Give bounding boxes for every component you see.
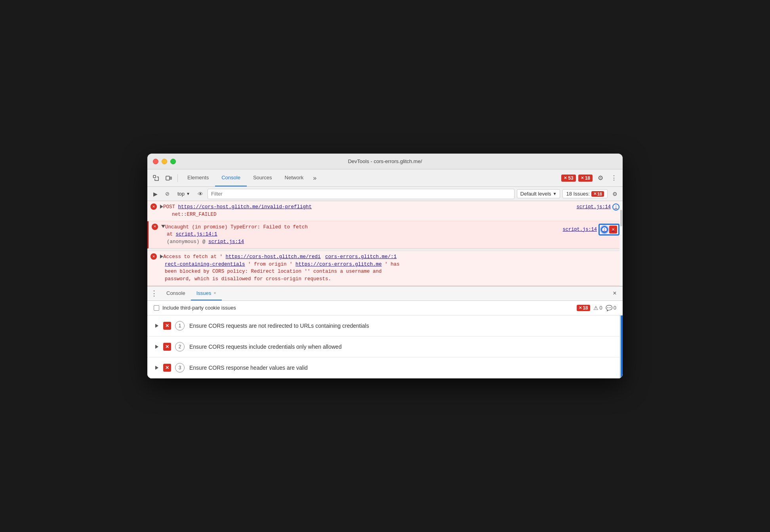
tab-issues-bottom[interactable]: Issues ×: [191, 287, 222, 300]
device-toggle-icon[interactable]: [163, 173, 174, 184]
issue-item-1[interactable]: ✕ 1 Ensure CORS requests are not redirec…: [147, 315, 623, 336]
console-toolbar: ▶ ⊘ top ▼ 👁 Default levels ▼ 18 Issues: …: [147, 187, 623, 201]
issues-tab-close-icon[interactable]: ×: [213, 291, 216, 295]
eye-icon[interactable]: 👁: [196, 189, 205, 199]
issues-options-bar: Include third-party cookie issues ✕ 18 ⚠…: [147, 301, 623, 315]
devtools-window: DevTools - cors-errors.glitch.me/: [147, 154, 623, 378]
issues-info-count: 💬 0: [606, 305, 616, 311]
anon-link-2[interactable]: script.js:14: [208, 239, 244, 245]
main-toolbar: Elements Console Sources Network » ✕: [147, 169, 623, 187]
message-2-line3: (anonymous) @ script.js:14: [165, 238, 563, 246]
issue-item-2[interactable]: ✕ 2 Ensure CORS requests include credent…: [147, 336, 623, 357]
settings-icon[interactable]: ⚙: [595, 173, 606, 184]
issue-text-3: Ensure CORS response header values are v…: [189, 365, 308, 371]
minimize-button[interactable]: [162, 159, 167, 164]
issue-error-badge-2: ✕: [163, 343, 171, 351]
context-dropdown[interactable]: top ▼: [174, 190, 193, 198]
message-1-url[interactable]: https://cors-host.glitch.me/invalid-pref…: [178, 204, 312, 210]
message-3-line4: password, which is disallowed for cross-…: [163, 276, 619, 283]
navigate-icon-1[interactable]: ↕: [612, 203, 619, 211]
filter-input[interactable]: [208, 189, 515, 199]
expand-arrow-1[interactable]: [160, 203, 163, 211]
tab-elements[interactable]: Elements: [181, 169, 215, 186]
scrollbar-track: [619, 201, 623, 286]
close-button[interactable]: [153, 159, 158, 164]
bottom-panel: ⋮ Console Issues × × Include third-party…: [147, 286, 623, 378]
clear-console-icon[interactable]: ⊘: [162, 189, 172, 199]
more-options-icon[interactable]: ⋮: [608, 173, 619, 184]
inspect-icon[interactable]: [151, 173, 162, 184]
message-2-line1: Uncaught (in promise) TypeError: Failed …: [165, 224, 563, 231]
warning-x-icon: ✕: [581, 176, 584, 180]
expand-arrow-2[interactable]: [161, 224, 165, 230]
scrollbar-thumb[interactable]: [620, 210, 622, 227]
message-1-line1: POST https://cors-host.glitch.me/invalid…: [163, 203, 577, 211]
script-link-2[interactable]: script.js:14:1: [176, 232, 217, 237]
console-settings-icon[interactable]: ⚙: [610, 189, 619, 199]
msg3-url2[interactable]: cors-errors.glitch.me/:1: [325, 254, 396, 260]
tab-network[interactable]: Network: [278, 169, 310, 186]
tab-console[interactable]: Console: [215, 169, 247, 186]
message-1-content: POST https://cors-host.glitch.me/invalid…: [163, 203, 577, 218]
warning-count-badge[interactable]: ✕ 18: [578, 175, 593, 182]
issues-scrollbar-track: [619, 315, 623, 378]
msg3-url4[interactable]: https://cors-errors.glitch.me: [295, 262, 382, 267]
issue-arrow-2[interactable]: [154, 344, 160, 350]
error-count-badge[interactable]: ✕ 53: [561, 175, 576, 182]
issue-item-3[interactable]: ✕ 3 Ensure CORS response header values a…: [147, 357, 623, 378]
issue-arrow-3[interactable]: [154, 365, 160, 371]
third-party-label: Include third-party cookie issues: [162, 305, 236, 311]
message-3-line2: rect-containing-credentials ' from origi…: [163, 261, 619, 268]
message-2-line2: at script.js:14:1: [165, 231, 563, 238]
issue-arrow-1[interactable]: [154, 323, 160, 329]
play-icon[interactable]: ▶: [151, 189, 160, 199]
levels-arrow-icon: ▼: [553, 192, 557, 196]
console-message-3: ✕ Access to fetch at ' https://cors-host…: [147, 251, 623, 286]
console-message-1: ✕ POST https://cors-host.glitch.me/inval…: [147, 201, 623, 221]
message-3-content: Access to fetch at ' https://cors-host.g…: [163, 253, 619, 283]
expand-arrow-3[interactable]: [160, 253, 163, 260]
msg3-url3[interactable]: rect-containing-credentials: [165, 262, 245, 267]
toolbar-divider-1: [177, 174, 178, 182]
traffic-lights: [153, 159, 176, 164]
tab-sources[interactable]: Sources: [247, 169, 278, 186]
console-message-2: ✕ Uncaught (in promise) TypeError: Faile…: [147, 221, 623, 249]
issue-text-1: Ensure CORS requests are not redirected …: [189, 323, 369, 329]
message-2-content: Uncaught (in promise) TypeError: Failed …: [165, 224, 563, 246]
close-icon-2[interactable]: ✕: [609, 226, 617, 234]
issue-number-3: 3: [175, 363, 185, 372]
issues-count-badge[interactable]: 18 Issues: ✕ 18: [562, 189, 608, 198]
source-actions-highlighted: ↕ ✕: [598, 224, 619, 236]
toolbar-right: ✕ 53 ✕ 18 ⚙ ⋮: [561, 173, 619, 184]
tab-overflow-button[interactable]: »: [310, 175, 320, 182]
error-icon-3: ✕: [151, 253, 157, 260]
error-count-indicator: ✕ 18: [577, 305, 590, 311]
window-title: DevTools - cors-errors.glitch.me/: [348, 158, 422, 164]
issues-error-badge: ✕ 18: [591, 191, 604, 197]
log-levels-dropdown[interactable]: Default levels ▼: [517, 189, 560, 198]
issues-scrollbar-thumb[interactable]: [621, 315, 623, 378]
message-3-line1: Access to fetch at ' https://cors-host.g…: [163, 253, 619, 261]
panel-more-icon[interactable]: ⋮: [151, 289, 158, 298]
titlebar: DevTools - cors-errors.glitch.me/: [147, 154, 623, 169]
issues-error-count: ✕ 18: [577, 305, 590, 311]
issue-number-2: 2: [175, 342, 185, 352]
issue-error-badge-1: ✕: [163, 322, 171, 330]
panel-close-button[interactable]: ×: [610, 289, 619, 298]
bottom-tab-bar: ⋮ Console Issues × ×: [147, 287, 623, 301]
third-party-checkbox[interactable]: [154, 305, 159, 311]
navigate-icon-2[interactable]: ↕: [601, 226, 608, 233]
message-1-source[interactable]: script.js:14 ↕: [577, 203, 619, 211]
message-3-line3: been blocked by CORS policy: Redirect lo…: [163, 268, 619, 276]
error-x-icon: ✕: [564, 176, 567, 180]
tab-console-bottom[interactable]: Console: [161, 287, 191, 300]
issues-warning-count: ⚠ 0: [593, 305, 602, 311]
svg-rect-2: [170, 177, 172, 179]
svg-rect-1: [166, 176, 170, 180]
msg3-url1[interactable]: https://cors-host.glitch.me/redi: [226, 254, 321, 260]
issues-list: ✕ 1 Ensure CORS requests are not redirec…: [147, 315, 623, 378]
svg-rect-0: [153, 175, 156, 178]
message-2-source[interactable]: script.js:14 ↕ ✕: [563, 224, 619, 236]
maximize-button[interactable]: [170, 159, 176, 164]
dropdown-arrow-icon: ▼: [186, 192, 190, 196]
